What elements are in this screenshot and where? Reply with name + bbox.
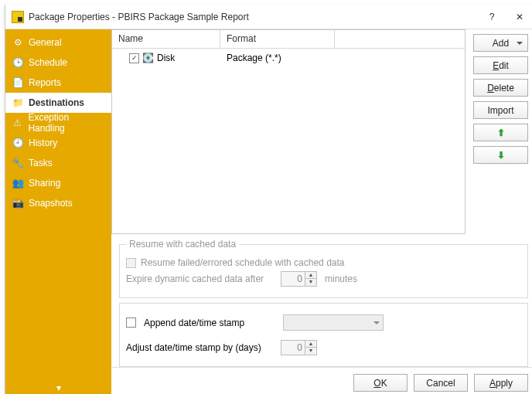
row-format: Package (*.*) [220, 53, 335, 63]
clock-icon: 🕒 [12, 56, 24, 69]
document-icon: 📄 [12, 76, 24, 89]
move-down-button[interactable]: ⬇ [473, 146, 528, 164]
sidebar-item-snapshots[interactable]: 📸Snapshots [5, 193, 111, 213]
column-header-format[interactable]: Format [220, 30, 335, 48]
sidebar-item-reports[interactable]: 📄Reports [5, 73, 111, 93]
sidebar-item-label: Tasks [29, 158, 53, 168]
sidebar-item-exception-handling[interactable]: ⚠Exception Handling [5, 113, 111, 133]
edit-button[interactable]: Edit [473, 56, 528, 74]
sidebar-item-schedule[interactable]: 🕒Schedule [5, 53, 111, 73]
sidebar-item-general[interactable]: ⚙General [5, 32, 111, 53]
adjust-input[interactable] [281, 341, 305, 355]
title-bar: Package Properties - PBIRS Package Sampl… [5, 5, 532, 29]
window-title: Package Properties - PBIRS Package Sampl… [29, 12, 479, 22]
sidebar-item-label: Snapshots [29, 198, 73, 209]
row-name: Disk [157, 53, 175, 63]
sidebar-item-label: Exception Handling [28, 112, 105, 134]
sidebar: ⚙General 🕒Schedule 📄Reports 📁Destination… [5, 29, 111, 394]
append-format-combo[interactable] [283, 314, 384, 331]
move-up-button[interactable]: ⬆ [473, 124, 528, 141]
gear-icon: ⚙ [12, 36, 24, 49]
sidebar-item-destinations[interactable]: 📁Destinations [5, 93, 111, 113]
spinner-up-icon[interactable]: ▲ [305, 341, 316, 348]
warning-icon: ⚠ [12, 117, 23, 129]
app-icon [12, 11, 24, 23]
delete-button[interactable]: Delete [473, 79, 528, 97]
column-header-name[interactable]: Name [112, 30, 220, 48]
action-buttons: Add Edit Delete Import ⬆ ⬇ [466, 29, 532, 234]
camera-icon: 📸 [12, 197, 24, 209]
sidebar-item-label: History [29, 138, 57, 148]
expire-spinner: ▲▼ [281, 271, 317, 287]
expire-input [281, 272, 305, 286]
folder-icon: 📁 [12, 97, 24, 109]
close-button[interactable]: ✕ [506, 8, 532, 26]
expire-unit: minutes [325, 273, 357, 284]
resume-checkbox-label: Resume failed/errored schedule with cach… [141, 257, 344, 268]
resume-group: Resume with cached data Resume failed/er… [119, 239, 528, 298]
add-button[interactable]: Add [473, 34, 528, 52]
append-checkbox[interactable] [126, 318, 136, 328]
table-row[interactable]: ✓ 💽 Disk Package (*.*) [112, 49, 465, 67]
sidebar-expand-icon[interactable]: ▾ [5, 378, 111, 394]
import-button[interactable]: Import [473, 101, 528, 119]
arrow-down-icon: ⬇ [497, 150, 505, 161]
ok-button[interactable]: OK [353, 374, 408, 392]
spinner-up-icon: ▲ [305, 272, 316, 279]
sidebar-item-label: Destinations [29, 97, 84, 108]
sidebar-item-label: Reports [29, 77, 61, 88]
sidebar-item-label: Sharing [29, 178, 60, 189]
disk-icon: 💽 [142, 53, 154, 63]
sidebar-item-history[interactable]: 🕘History [5, 133, 111, 153]
sidebar-item-tasks[interactable]: 🔧Tasks [5, 153, 111, 173]
column-header-empty [335, 30, 465, 48]
spinner-down-icon: ▼ [305, 279, 316, 286]
adjust-spinner[interactable]: ▲▼ [281, 340, 317, 355]
sidebar-item-label: General [29, 37, 62, 48]
expire-label: Expire dynamic cached data after [126, 273, 273, 284]
resume-checkbox [126, 258, 136, 268]
history-icon: 🕘 [12, 137, 24, 149]
sidebar-item-sharing[interactable]: 👥Sharing [5, 173, 111, 193]
dialog-footer: OK Cancel Apply [111, 367, 532, 394]
tasks-icon: 🔧 [12, 157, 24, 169]
append-group: Append date/time stamp Adjust date/time … [119, 303, 528, 367]
destinations-table: Name Format ✓ 💽 Disk Package (*.*) [111, 29, 466, 234]
spinner-down-icon[interactable]: ▼ [305, 348, 316, 355]
adjust-label: Adjust date/time stamp by (days) [126, 342, 273, 353]
append-checkbox-label: Append date/time stamp [144, 318, 275, 328]
resume-legend: Resume with cached data [126, 239, 239, 250]
sharing-icon: 👥 [12, 177, 24, 189]
dialog-window: Package Properties - PBIRS Package Sampl… [5, 5, 532, 394]
cancel-button[interactable]: Cancel [414, 374, 468, 392]
apply-button[interactable]: Apply [474, 374, 528, 392]
row-checkbox[interactable]: ✓ [129, 53, 139, 63]
sidebar-item-label: Schedule [29, 57, 67, 68]
help-button[interactable]: ? [479, 8, 505, 26]
arrow-up-icon: ⬆ [497, 127, 505, 138]
